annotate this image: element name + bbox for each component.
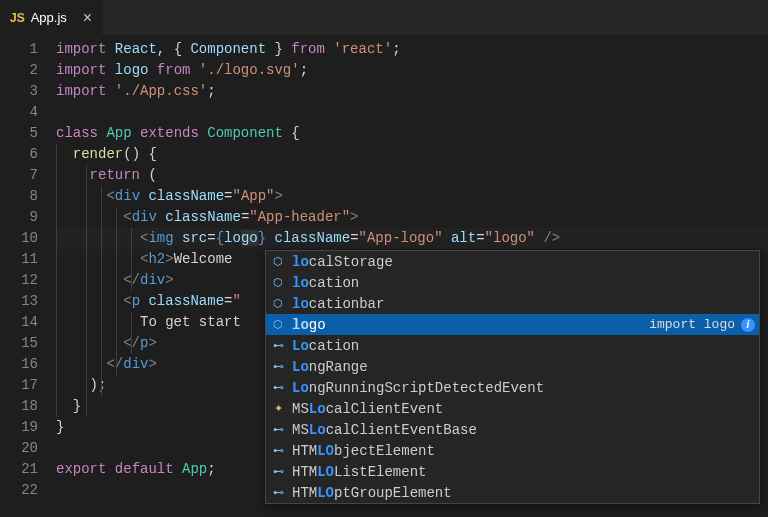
- var-icon: ⊷: [270, 380, 286, 396]
- event-icon: ✦: [270, 401, 286, 417]
- code-line[interactable]: import logo from './logo.svg';: [56, 60, 768, 81]
- intellisense-label: HTMLOListElement: [292, 464, 426, 480]
- code-line[interactable]: [56, 102, 768, 123]
- intellisense-item[interactable]: ⊷HTMLOListElement: [266, 461, 759, 482]
- code-line[interactable]: import React, { Component } from 'react'…: [56, 39, 768, 60]
- intellisense-label: localStorage: [292, 254, 393, 270]
- intellisense-label: HTMLOptGroupElement: [292, 485, 452, 501]
- intellisense-item[interactable]: ⊷Location: [266, 335, 759, 356]
- line-number: 4: [0, 102, 38, 123]
- js-file-icon: JS: [10, 11, 25, 25]
- line-number: 19: [0, 417, 38, 438]
- info-icon[interactable]: i: [741, 318, 755, 332]
- intellisense-label: location: [292, 275, 359, 291]
- intellisense-item[interactable]: ⊷LongRange: [266, 356, 759, 377]
- var-icon: ⊷: [270, 359, 286, 375]
- field-icon: ⬡: [270, 275, 286, 291]
- intellisense-item[interactable]: ⬡localStorage: [266, 251, 759, 272]
- line-number: 3: [0, 81, 38, 102]
- intellisense-item[interactable]: ⊷MSLocalClientEventBase: [266, 419, 759, 440]
- intellisense-popup[interactable]: ⬡localStorage⬡location⬡locationbar⬡logoi…: [265, 250, 760, 504]
- code-line[interactable]: class App extends Component {: [56, 123, 768, 144]
- intellisense-label: LongRunningScriptDetectedEvent: [292, 380, 544, 396]
- code-line[interactable]: <div className="App">: [56, 186, 768, 207]
- intellisense-item[interactable]: ✦MSLocalClientEvent: [266, 398, 759, 419]
- field-icon: ⬡: [270, 317, 286, 333]
- intellisense-label: logo: [292, 317, 326, 333]
- line-number: 8: [0, 186, 38, 207]
- tab-label: App.js: [31, 10, 67, 25]
- intellisense-item[interactable]: ⊷HTMLOptGroupElement: [266, 482, 759, 503]
- intellisense-label: locationbar: [292, 296, 384, 312]
- line-number: 15: [0, 333, 38, 354]
- line-number: 17: [0, 375, 38, 396]
- close-icon[interactable]: ×: [83, 10, 92, 26]
- field-icon: ⬡: [270, 296, 286, 312]
- var-icon: ⊷: [270, 338, 286, 354]
- line-number: 1: [0, 39, 38, 60]
- line-number-gutter: 12345678910111213141516171819202122: [0, 39, 56, 501]
- intellisense-item[interactable]: ⬡location: [266, 272, 759, 293]
- code-line[interactable]: return (: [56, 165, 768, 186]
- var-icon: ⊷: [270, 485, 286, 501]
- line-number: 16: [0, 354, 38, 375]
- intellisense-label: MSLocalClientEvent: [292, 401, 443, 417]
- line-number: 2: [0, 60, 38, 81]
- line-number: 21: [0, 459, 38, 480]
- line-number: 13: [0, 291, 38, 312]
- line-number: 7: [0, 165, 38, 186]
- intellisense-label: Location: [292, 338, 359, 354]
- code-line[interactable]: render() {: [56, 144, 768, 165]
- var-icon: ⊷: [270, 422, 286, 438]
- intellisense-detail: import logoi: [649, 317, 755, 332]
- intellisense-item[interactable]: ⊷HTMLObjectElement: [266, 440, 759, 461]
- intellisense-item[interactable]: ⬡locationbar: [266, 293, 759, 314]
- code-line[interactable]: <div className="App-header">: [56, 207, 768, 228]
- field-icon: ⬡: [270, 254, 286, 270]
- var-icon: ⊷: [270, 443, 286, 459]
- line-number: 5: [0, 123, 38, 144]
- line-number: 20: [0, 438, 38, 459]
- code-line[interactable]: import './App.css';: [56, 81, 768, 102]
- line-number: 12: [0, 270, 38, 291]
- tab-bar: JS App.js ×: [0, 0, 768, 35]
- code-line[interactable]: <img src={logo} className="App-logo" alt…: [56, 228, 768, 249]
- line-number: 14: [0, 312, 38, 333]
- intellisense-label: LongRange: [292, 359, 368, 375]
- line-number: 18: [0, 396, 38, 417]
- intellisense-item[interactable]: ⬡logoimport logoi: [266, 314, 759, 335]
- line-number: 10: [0, 228, 38, 249]
- line-number: 9: [0, 207, 38, 228]
- line-number: 22: [0, 480, 38, 501]
- line-number: 6: [0, 144, 38, 165]
- intellisense-label: MSLocalClientEventBase: [292, 422, 477, 438]
- intellisense-label: HTMLObjectElement: [292, 443, 435, 459]
- line-number: 11: [0, 249, 38, 270]
- intellisense-item[interactable]: ⊷LongRunningScriptDetectedEvent: [266, 377, 759, 398]
- var-icon: ⊷: [270, 464, 286, 480]
- tab-app-js[interactable]: JS App.js ×: [0, 0, 103, 35]
